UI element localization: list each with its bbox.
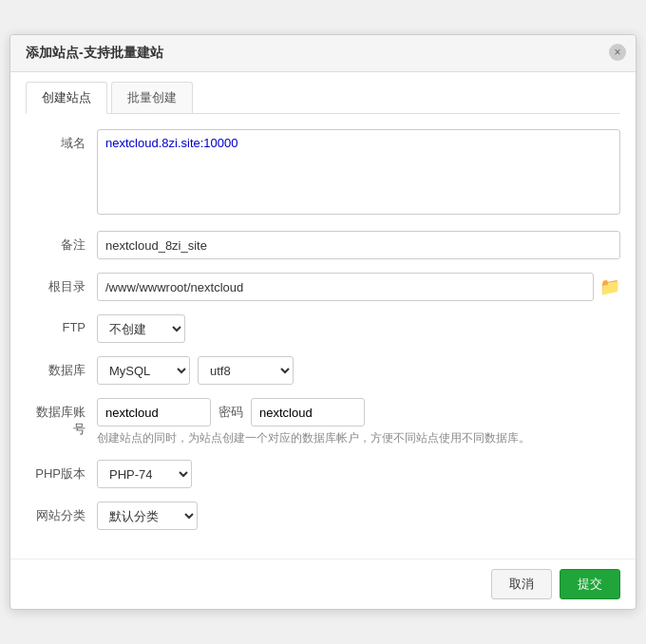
db-account-input[interactable] (97, 398, 211, 426)
php-label: PHP版本 (26, 460, 97, 483)
dialog-header: 添加站点-支持批量建站 × (10, 35, 636, 72)
domain-row: 域名 (26, 129, 620, 218)
site-category-label: 网站分类 (26, 502, 97, 524)
remark-input[interactable] (97, 231, 620, 259)
ftp-row: FTP 不创建 创建 (26, 314, 620, 343)
site-category-control: 默认分类 分类1 分类2 (97, 502, 620, 530)
site-category-select[interactable]: 默认分类 分类1 分类2 (97, 502, 198, 530)
submit-button[interactable]: 提交 (560, 569, 620, 599)
php-control: PHP-74 PHP-80 PHP-81 PHP-82 纯静态 (97, 460, 620, 488)
rootdir-input[interactable] (97, 273, 594, 301)
dialog-title: 添加站点-支持批量建站 (26, 45, 163, 62)
cancel-button[interactable]: 取消 (491, 569, 552, 599)
db-account-inputs: 密码 (97, 398, 620, 426)
php-row: PHP版本 PHP-74 PHP-80 PHP-81 PHP-82 纯静态 (26, 460, 620, 488)
dialog-footer: 取消 提交 (10, 559, 636, 609)
domain-input[interactable] (97, 129, 620, 215)
db-password-input[interactable] (251, 398, 365, 426)
ftp-label: FTP (26, 314, 97, 334)
ftp-select[interactable]: 不创建 创建 (97, 314, 185, 343)
domain-label: 域名 (26, 129, 97, 152)
folder-icon[interactable]: 📁 (599, 276, 620, 297)
domain-control (97, 129, 620, 218)
db-account-control: 密码 创建站点的同时，为站点创建一个对应的数据库帐户，方便不同站点使用不同数据库… (97, 398, 620, 446)
close-icon[interactable]: × (609, 44, 626, 61)
remark-row: 备注 (26, 231, 620, 259)
db-encoding-select[interactable]: utf8 utf8mb4 gbk gb2312 (198, 356, 294, 385)
tab-batch-create[interactable]: 批量创建 (111, 82, 193, 113)
remark-control (97, 231, 620, 259)
site-category-row: 网站分类 默认分类 分类1 分类2 (26, 502, 620, 530)
db-account-label: 数据库账号 (26, 398, 97, 438)
db-account-row: 数据库账号 密码 创建站点的同时，为站点创建一个对应的数据库帐户，方便不同站点使… (26, 398, 620, 446)
db-type-select[interactable]: MySQL SQLite (97, 356, 190, 385)
rootdir-row: 根目录 📁 (26, 273, 620, 301)
add-site-dialog: 添加站点-支持批量建站 × 创建站点 批量创建 域名 备注 根目录 📁 (10, 34, 636, 610)
tab-create-site[interactable]: 创建站点 (26, 82, 107, 114)
db-password-label: 密码 (218, 404, 243, 421)
db-label: 数据库 (26, 356, 97, 379)
rootdir-control: 📁 (97, 273, 620, 301)
dialog-body: 创建站点 批量创建 域名 备注 根目录 📁 FTP (10, 72, 636, 559)
php-select[interactable]: PHP-74 PHP-80 PHP-81 PHP-82 纯静态 (97, 460, 192, 488)
rootdir-label: 根目录 (26, 273, 97, 295)
db-control: MySQL SQLite utf8 utf8mb4 gbk gb2312 (97, 356, 620, 385)
db-row: 数据库 MySQL SQLite utf8 utf8mb4 gbk gb2312 (26, 356, 620, 385)
ftp-control: 不创建 创建 (97, 314, 620, 343)
db-hint: 创建站点的同时，为站点创建一个对应的数据库帐户，方便不同站点使用不同数据库。 (97, 429, 620, 446)
tab-bar: 创建站点 批量创建 (26, 82, 620, 114)
remark-label: 备注 (26, 231, 97, 254)
